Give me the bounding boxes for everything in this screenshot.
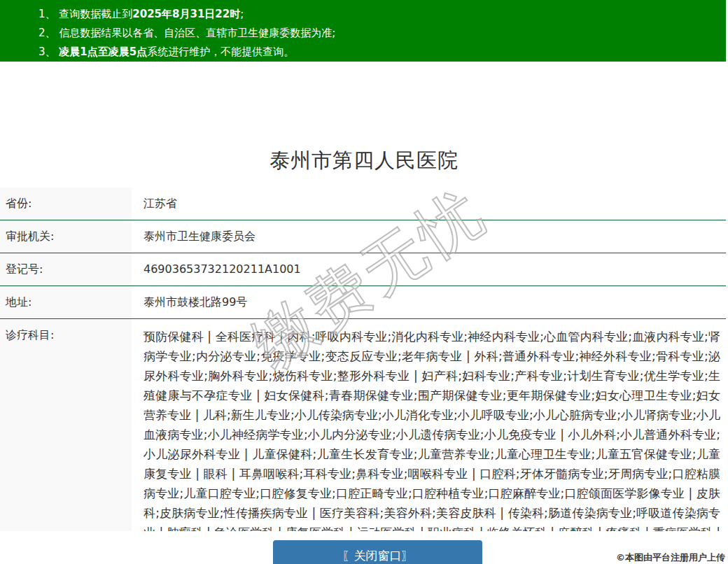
notice-item-2: 2、 信息数据结果以各省、自治区、直辖市卫生健康委数据为准; — [38, 24, 726, 43]
copyright-note: ©本图由平台注册用户上传 — [616, 551, 725, 564]
notice-text-bold: 凌晨1点至凌晨5点 — [59, 45, 147, 58]
row-label: 省份: — [0, 188, 132, 220]
notice-text: 系统进行维护，不能提供查询。 — [147, 45, 294, 58]
row-label: 地址: — [0, 286, 132, 318]
close-window-button[interactable]: 〖关闭窗口〗 — [273, 540, 482, 564]
notice-item-3: 3、 凌晨1点至凌晨5点系统进行维护，不能提供查询。 — [38, 43, 726, 62]
table-row-province: 省份: 江苏省 — [0, 188, 726, 220]
row-label: 审批机关: — [0, 220, 132, 253]
row-label: 登记号: — [0, 253, 132, 285]
row-label: 诊疗科目: — [0, 319, 132, 531]
row-value: 泰州市卫生健康委员会 — [132, 220, 726, 253]
notice-text-bold: 2025年8月31日22时 — [132, 8, 240, 20]
notice-number: 1、 — [38, 8, 59, 20]
row-value-departments: 预防保健科 | 全科医疗科 | 内科;呼吸内科专业;消化内科专业;神经内科专业;… — [132, 319, 726, 531]
notice-text: ; — [240, 8, 244, 20]
notice-text: 信息数据结果以各省、自治区、直辖市卫生健康委数据为准; — [59, 27, 335, 39]
notice-banner: 1、 查询数据截止到2025年8月31日22时; 2、 信息数据结果以各省、自治… — [0, 0, 726, 62]
table-row-departments: 诊疗科目: 预防保健科 | 全科医疗科 | 内科;呼吸内科专业;消化内科专业;神… — [0, 319, 726, 531]
notice-text: 查询数据截止到 — [59, 8, 132, 20]
notice-number: 3、 — [38, 45, 59, 58]
row-value: 泰州市鼓楼北路99号 — [132, 286, 726, 318]
row-value: 46903653732120211A1001 — [132, 253, 726, 285]
notice-number: 2、 — [38, 27, 59, 39]
notice-item-1: 1、 查询数据截止到2025年8月31日22时; — [38, 5, 726, 24]
table-row-registration-number: 登记号: 46903653732120211A1001 — [0, 253, 726, 286]
table-row-approval-authority: 审批机关: 泰州市卫生健康委员会 — [0, 220, 726, 253]
page-content: 1、 查询数据截止到2025年8月31日22时; 2、 信息数据结果以各省、自治… — [0, 0, 728, 531]
row-value: 江苏省 — [132, 188, 726, 220]
page-title: 泰州市第四人民医院 — [0, 147, 728, 175]
hospital-info-table: 省份: 江苏省 审批机关: 泰州市卫生健康委员会 登记号: 4690365373… — [0, 188, 726, 531]
table-row-address: 地址: 泰州市鼓楼北路99号 — [0, 286, 726, 319]
